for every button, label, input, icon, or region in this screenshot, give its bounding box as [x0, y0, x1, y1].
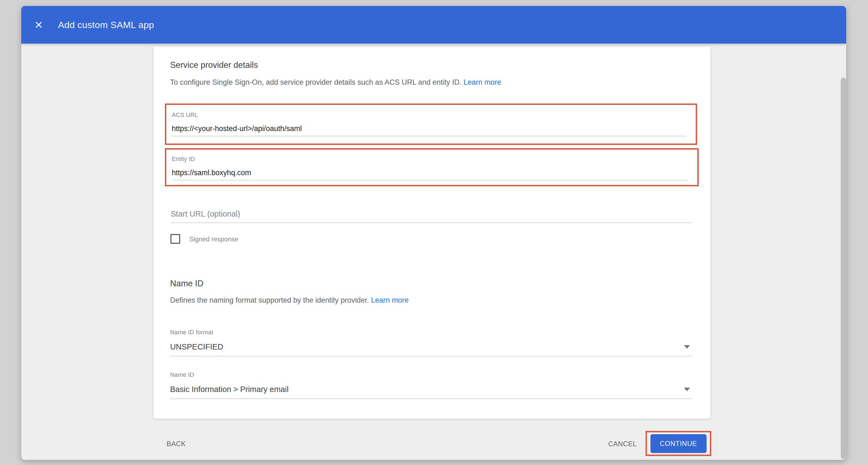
continue-button[interactable]: CONTINUE — [650, 434, 707, 453]
add-saml-app-dialog: Add custom SAML app Service provider det… — [21, 6, 846, 460]
name-id-heading: Name ID — [170, 279, 204, 289]
signed-response-checkbox[interactable] — [170, 234, 180, 244]
name-id-description-text: Defines the naming format supported by t… — [170, 296, 369, 304]
name-id-format-value: UNSPECIFIED — [170, 342, 692, 352]
entity-id-label: Entity ID — [172, 156, 692, 163]
name-id-value: Basic Information > Primary email — [170, 385, 692, 394]
acs-url-label: ACS URL — [172, 111, 690, 119]
signed-response-label: Signed response — [189, 235, 238, 243]
name-id-learn-more-link[interactable]: Learn more — [371, 296, 409, 304]
entity-id-input[interactable] — [172, 169, 688, 180]
name-id-description: Defines the naming format supported by t… — [170, 296, 409, 304]
annotation-box-continue: CONTINUE — [646, 431, 711, 456]
close-icon[interactable] — [33, 19, 45, 31]
acs-url-input[interactable] — [172, 125, 686, 136]
service-provider-card: Service provider details To configure Si… — [153, 46, 710, 419]
scrollbar-thumb[interactable] — [841, 78, 846, 459]
service-provider-description-text: To configure Single Sign-On, add service… — [170, 78, 462, 86]
name-id-format-select[interactable]: Name ID format UNSPECIFIED — [170, 329, 692, 357]
service-provider-learn-more-link[interactable]: Learn more — [464, 78, 501, 86]
back-button[interactable]: BACK — [166, 440, 186, 448]
start-url-input[interactable] — [170, 209, 692, 223]
name-id-label: Name ID — [170, 371, 692, 378]
cancel-button[interactable]: CANCEL — [608, 440, 637, 448]
dialog-title: Add custom SAML app — [58, 20, 154, 30]
annotation-box-acs-url: ACS URL — [165, 103, 697, 145]
service-provider-heading: Service provider details — [170, 60, 258, 70]
name-id-format-label: Name ID format — [170, 329, 692, 336]
chevron-down-icon[interactable] — [684, 388, 690, 391]
service-provider-description: To configure Single Sign-On, add service… — [170, 78, 501, 87]
chevron-down-icon[interactable] — [684, 345, 690, 349]
dialog-header: Add custom SAML app — [21, 6, 846, 43]
name-id-select[interactable]: Name ID Basic Information > Primary emai… — [170, 371, 692, 399]
annotation-box-entity-id: Entity ID — [165, 148, 699, 186]
